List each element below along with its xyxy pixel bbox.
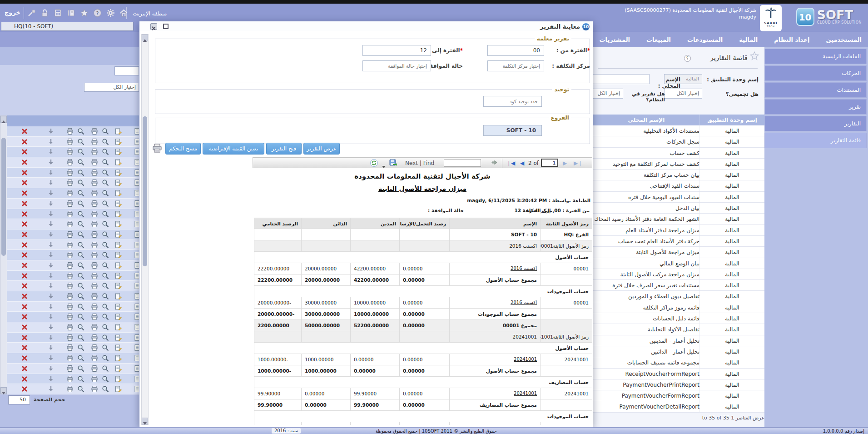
search-icon[interactable] — [102, 148, 109, 155]
download-icon[interactable] — [47, 220, 55, 228]
search-icon[interactable] — [77, 169, 84, 176]
print-icon[interactable] — [66, 334, 74, 341]
report-list-row[interactable]: الماليةسندات القيود اليومية خلال فترة — [593, 192, 764, 203]
export-icon[interactable] — [389, 159, 397, 167]
lock-icon[interactable] — [40, 9, 49, 17]
report-list-row[interactable]: الماليةبيان الدخل — [593, 203, 764, 214]
edit-icon[interactable] — [114, 128, 122, 135]
cell-local-name[interactable]: الشهر الحكمة العامة دفتر الأستاذ رصيد ال… — [593, 214, 699, 224]
sidebar-item-active[interactable]: قائمة التقارير — [764, 133, 867, 148]
print-icon[interactable] — [66, 159, 74, 166]
delete-icon[interactable] — [21, 179, 28, 186]
search-icon[interactable] — [77, 148, 84, 155]
dialog-scrollbar[interactable] — [141, 34, 149, 425]
select-all-combo-fragment[interactable]: إختيار الكل — [84, 83, 139, 92]
search-icon[interactable] — [77, 138, 84, 145]
download-icon[interactable] — [47, 190, 55, 197]
sidebar-item-4[interactable]: التقارير — [764, 116, 867, 131]
print-icon[interactable] — [66, 241, 74, 249]
cell-local-name[interactable]: حركة دفتر الأستاذ العام تحت حساب — [593, 236, 699, 246]
nav-item-5[interactable]: المشتريات — [600, 32, 630, 47]
download-icon[interactable] — [47, 324, 55, 331]
cell-local-name[interactable]: ميزان مراجعة مركب للأصول الثابتة — [593, 269, 699, 279]
open-report-button[interactable]: فتح التقرير — [266, 143, 302, 155]
delete-icon[interactable] — [21, 128, 28, 135]
wand-icon[interactable] — [27, 9, 36, 17]
print-icon[interactable] — [66, 148, 74, 155]
sidebar-item-0[interactable]: الملفات الرئيسية — [764, 49, 867, 64]
delete-icon[interactable] — [21, 334, 28, 341]
refresh-icon[interactable] — [370, 159, 378, 167]
home-icon[interactable] — [119, 9, 128, 17]
search-icon[interactable] — [77, 159, 84, 166]
nav-item-0[interactable]: المستخدمين — [826, 32, 862, 47]
cell-local-name[interactable]: سندات القيود اليومية خلال فترة — [593, 192, 699, 202]
print-icon[interactable] — [91, 231, 98, 238]
edit-icon[interactable] — [114, 334, 122, 341]
print-icon[interactable] — [66, 128, 74, 135]
branch-select[interactable]: SOFT - 10 — [483, 125, 542, 136]
delete-icon[interactable] — [21, 365, 28, 372]
sidebar-item-2[interactable]: المستندات — [764, 82, 867, 98]
report-list-row[interactable]: الماليةمجموعة قائمة تصنيف الحسابات — [593, 357, 764, 368]
search-icon[interactable] — [77, 190, 84, 197]
cell-local-name[interactable]: بيان الدخل — [593, 203, 699, 213]
print-icon[interactable] — [91, 179, 98, 186]
edit-icon[interactable] — [114, 313, 122, 320]
print-icon[interactable] — [66, 220, 74, 228]
column-header-app-unit[interactable]: إسم وحدة التطبيق — [699, 115, 764, 125]
search-icon[interactable] — [102, 282, 109, 289]
current-page-input[interactable] — [541, 159, 558, 167]
find-input[interactable] — [444, 159, 481, 167]
download-icon[interactable] — [47, 159, 55, 166]
print-icon[interactable] — [66, 354, 74, 362]
next-find-label[interactable]: Next | Find — [405, 160, 434, 166]
report-list-row[interactable]: الماليةPaymentVoucherFormReport — [593, 390, 764, 401]
report-list-row[interactable]: الماليةسجل الحركات — [593, 136, 764, 147]
delete-icon[interactable] — [21, 200, 28, 207]
print-icon[interactable] — [66, 313, 74, 320]
edit-icon[interactable] — [114, 231, 122, 238]
search-icon[interactable] — [102, 190, 109, 197]
search-icon[interactable] — [102, 344, 109, 351]
edit-icon[interactable] — [114, 365, 122, 372]
delete-icon[interactable] — [21, 375, 28, 383]
set-default-button[interactable]: تعيين القيمة الإفتراضية — [203, 143, 264, 155]
print-icon[interactable] — [91, 365, 98, 372]
delete-icon[interactable] — [21, 190, 28, 197]
search-icon[interactable] — [102, 324, 109, 331]
download-icon[interactable] — [47, 128, 55, 135]
dropdown-caret-icon[interactable] — [382, 161, 390, 169]
download-icon[interactable] — [47, 179, 55, 186]
search-icon[interactable] — [102, 262, 109, 269]
report-list-row[interactable]: الماليةتفاصيل ديون العملاء و الموردين — [593, 291, 764, 302]
search-icon[interactable] — [102, 231, 109, 238]
print-icon[interactable] — [91, 324, 98, 331]
sidebar-item-1[interactable]: الحركات — [764, 65, 867, 81]
report-list-row[interactable]: الماليةالشهر الحكمة العامة دفتر الأستاذ … — [593, 214, 764, 224]
is-group-select[interactable]: إختيار الكل — [664, 89, 702, 99]
cell-local-name[interactable]: قائمة رموز مراكز التكلفة — [593, 302, 699, 313]
delete-icon[interactable] — [21, 272, 28, 279]
print-icon[interactable] — [91, 220, 98, 228]
delete-icon[interactable] — [21, 231, 28, 238]
star-icon[interactable] — [80, 9, 89, 17]
close-icon[interactable] — [150, 23, 157, 30]
local-name-input[interactable] — [586, 74, 650, 84]
edit-icon[interactable] — [114, 303, 122, 310]
edit-icon[interactable] — [114, 210, 122, 218]
download-icon[interactable] — [47, 241, 55, 249]
edit-icon[interactable] — [114, 324, 122, 331]
search-icon[interactable] — [77, 334, 84, 341]
print-icon[interactable] — [91, 375, 98, 383]
sidebar-item-3[interactable]: تقرير — [764, 99, 867, 115]
edit-icon[interactable] — [114, 251, 122, 259]
print-icon[interactable] — [66, 262, 74, 269]
search-icon[interactable] — [102, 251, 109, 259]
next-page-icon[interactable]: ▶ — [563, 160, 567, 167]
print-icon[interactable] — [91, 272, 98, 279]
clear-control-button[interactable]: مسح التحكم — [165, 143, 201, 155]
report-list-row[interactable]: الماليةقائمة دليل الحسابات — [593, 313, 764, 324]
search-icon[interactable] — [77, 262, 84, 269]
nav-item-1[interactable]: إعداد النظام — [774, 32, 809, 47]
